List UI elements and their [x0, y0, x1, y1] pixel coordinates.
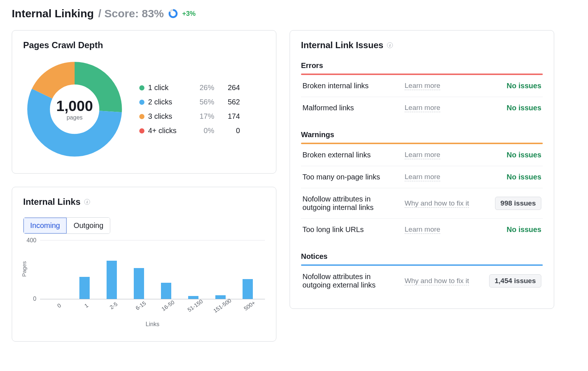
issue-status: No issues: [479, 225, 541, 234]
issue-row: Nofollow attributes in outgoing internal…: [301, 188, 543, 219]
score-delta: +3%: [182, 10, 196, 18]
learn-more-link[interactable]: Learn more: [405, 82, 440, 90]
issue-status: No issues: [479, 151, 541, 159]
learn-more-link[interactable]: Learn more: [405, 225, 440, 234]
crawl-depth-total: 1,000: [56, 98, 93, 114]
issue-row: Broken external links Learn more No issu…: [301, 144, 543, 166]
legend-label: 4+ clicks: [148, 126, 189, 135]
legend-dot: [139, 100, 144, 105]
legend-value: 0: [214, 126, 240, 135]
legend-label: 1 click: [148, 83, 189, 92]
why-fix-link[interactable]: Why and how to fix it: [405, 277, 469, 285]
issue-badge[interactable]: 998 issues: [495, 197, 541, 210]
issue-row: Malformed links Learn more No issues: [301, 97, 543, 119]
bar-ytick: 400: [26, 237, 40, 244]
tab-incoming[interactable]: Incoming: [24, 218, 67, 233]
issue-name: Too many on-page links: [302, 173, 400, 181]
section-warnings-title: Warnings: [301, 128, 543, 143]
info-icon[interactable]: i: [387, 42, 393, 48]
section-errors-title: Errors: [301, 59, 543, 74]
issues-title: Internal Link Issues: [301, 40, 383, 50]
issue-name: Malformed links: [302, 104, 400, 112]
legend-value: 264: [214, 83, 240, 92]
bar[interactable]: [243, 279, 253, 299]
crawl-depth-card: Pages Crawl Depth 1,000 pages: [12, 30, 276, 174]
issue-name: Broken internal links: [302, 82, 400, 90]
legend-row[interactable]: 1 click 26% 264: [139, 81, 265, 95]
bar-ylabel: Pages: [21, 261, 27, 277]
internal-links-card: Internal Links i Incoming Outgoing Pages…: [12, 187, 276, 342]
legend-dot: [139, 85, 144, 90]
legend-pct: 56%: [189, 98, 214, 106]
learn-more-link[interactable]: Learn more: [405, 151, 440, 159]
page-header: Internal Linking / Score: 83% +3%: [12, 7, 576, 20]
issues-card: Internal Link Issues i Errors Broken int…: [290, 30, 554, 309]
legend-row[interactable]: 2 clicks 56% 562: [139, 95, 265, 109]
score-label: / Score: 83%: [98, 7, 164, 20]
bar-xlabel: Links: [40, 321, 265, 328]
legend-pct: 26%: [189, 83, 214, 92]
issue-status: No issues: [479, 104, 541, 112]
crawl-depth-legend: 1 click 26% 264 2 clicks 56% 562 3 click…: [139, 81, 265, 138]
legend-dot: [139, 114, 144, 119]
legend-label: 3 clicks: [148, 112, 189, 121]
legend-label: 2 clicks: [148, 98, 189, 106]
bar[interactable]: [215, 295, 226, 299]
crawl-depth-title: Pages Crawl Depth: [23, 40, 265, 50]
legend-value: 174: [214, 112, 240, 121]
legend-dot: [139, 128, 144, 133]
internal-links-title: Internal Links: [23, 197, 80, 207]
tab-outgoing[interactable]: Outgoing: [67, 218, 110, 233]
issue-status: No issues: [479, 173, 541, 181]
issue-row: Nofollow attributes in outgoing external…: [301, 266, 543, 296]
info-icon[interactable]: i: [84, 199, 90, 205]
legend-row[interactable]: 3 clicks 17% 174: [139, 109, 265, 124]
legend-row[interactable]: 4+ clicks 0% 0: [139, 124, 265, 138]
issue-row: Too long link URLs Learn more No issues: [301, 219, 543, 240]
bar[interactable]: [79, 277, 90, 299]
page-title: Internal Linking: [12, 7, 94, 20]
bar[interactable]: [161, 283, 171, 299]
crawl-depth-donut[interactable]: 1,000 pages: [23, 58, 126, 161]
bar[interactable]: [188, 296, 198, 299]
issue-status: No issues: [479, 82, 541, 90]
issue-row: Broken internal links Learn more No issu…: [301, 75, 543, 97]
links-tab-switch: Incoming Outgoing: [23, 217, 110, 234]
score-donut-icon: [168, 9, 178, 18]
issue-name: Broken external links: [302, 151, 400, 159]
issue-name: Nofollow attributes in outgoing external…: [302, 272, 400, 289]
issue-row: Too many on-page links Learn more No iss…: [301, 166, 543, 188]
why-fix-link[interactable]: Why and how to fix it: [405, 199, 469, 208]
internal-links-bar-chart[interactable]: Pages 400 0 0 1 2-5: [23, 240, 265, 329]
bar-ytick: 0: [33, 296, 40, 302]
issue-badge[interactable]: 1,454 issues: [489, 274, 541, 288]
legend-value: 562: [214, 98, 240, 106]
bar[interactable]: [134, 268, 144, 299]
legend-pct: 17%: [189, 112, 214, 121]
issue-name: Too long link URLs: [302, 225, 400, 234]
learn-more-link[interactable]: Learn more: [405, 104, 440, 112]
bar[interactable]: [107, 261, 117, 299]
issue-name: Nofollow attributes in outgoing internal…: [302, 195, 400, 212]
legend-pct: 0%: [189, 126, 214, 135]
section-notices-title: Notices: [301, 250, 543, 264]
learn-more-link[interactable]: Learn more: [405, 173, 440, 181]
crawl-depth-unit: pages: [67, 114, 83, 121]
